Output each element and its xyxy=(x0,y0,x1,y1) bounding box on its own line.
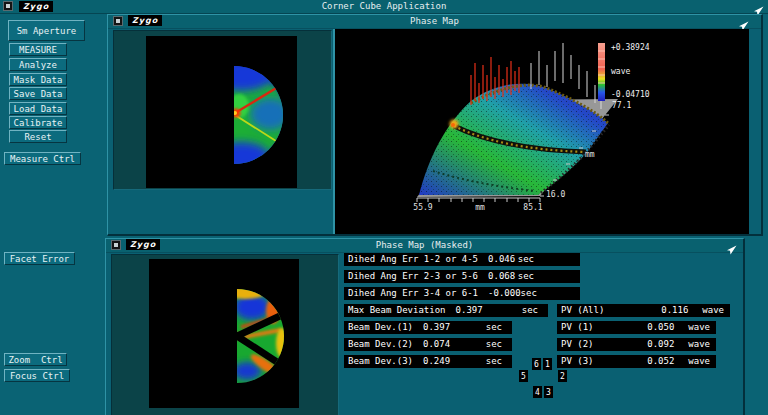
segment-chip-4: 4 xyxy=(533,386,542,398)
pointer-icon[interactable] xyxy=(754,1,764,11)
stat-unit: wave xyxy=(702,304,724,317)
stat-value: 0.397 xyxy=(456,304,483,317)
load-data-button[interactable]: Load Data xyxy=(9,102,67,115)
pointer-icon[interactable] xyxy=(739,16,749,26)
stat-unit: sec xyxy=(518,270,534,283)
x-axis-min-label: 55.9 xyxy=(413,203,432,212)
stat-label: PV (All) xyxy=(561,304,604,317)
stat-dihed-ang-err-2-3: Dihed Ang Err 2-3 or 5-6 0.068 sec xyxy=(344,270,580,283)
corner-cube-application-screen: Zygo Corner Cube Application Sm Aperture… xyxy=(0,0,768,415)
segment-chip-1: 1 xyxy=(543,358,552,370)
stat-label: PV (3) xyxy=(561,355,594,368)
save-data-button[interactable]: Save Data xyxy=(9,87,67,100)
stat-unit: sec xyxy=(522,304,538,317)
stat-unit: wave xyxy=(688,338,710,351)
stat-label: PV (2) xyxy=(561,338,594,351)
stat-unit: sec xyxy=(486,321,502,334)
sm-aperture-button[interactable]: Sm Aperture xyxy=(8,20,85,41)
colorbar-unit-label: wave xyxy=(611,67,630,76)
measure-ctrl-button[interactable]: Measure Ctrl xyxy=(4,152,81,165)
phase-map-3d-plot: 55.9 mm 85.1 16.0 mm +0.38924 wave -0.04… xyxy=(335,29,749,233)
stat-dihed-ang-err-1-2: Dihed Ang Err 1-2 or 4-5 0.046 sec xyxy=(344,253,580,266)
stat-pv-all: PV (All) 0.116 wave xyxy=(557,304,730,317)
stat-label: Dihed Ang Err 2-3 or 5-6 xyxy=(348,270,478,283)
stat-beam-dev-1: Beam Dev.(1) 0.397 sec xyxy=(344,321,512,334)
stat-value: 0.397 xyxy=(423,321,450,334)
colorbar xyxy=(598,43,605,101)
stat-label: Beam Dev.(2) xyxy=(348,338,413,351)
stat-value: 0.068 xyxy=(488,270,515,283)
phase-map-title-bar[interactable]: Zygo Phase Map xyxy=(108,15,761,29)
stat-unit: sec xyxy=(486,355,502,368)
segment-chip-6: 6 xyxy=(532,358,541,370)
stat-beam-dev-3: Beam Dev.(3) 0.249 sec xyxy=(344,355,512,368)
stat-label: Dihed Ang Err 1-2 or 4-5 xyxy=(348,253,478,266)
stat-pv-1: PV (1) 0.050 wave xyxy=(557,321,716,334)
y-axis-unit-label: mm xyxy=(585,150,595,159)
mask-data-button[interactable]: Mask Data xyxy=(9,73,67,86)
phase-map-2d xyxy=(146,36,297,188)
stat-label: Beam Dev.(1) xyxy=(348,321,413,334)
stat-value: 0.092 xyxy=(647,338,674,351)
segment-chip-2: 2 xyxy=(558,370,567,382)
stat-label: Dihed Ang Err 3-4 or 6-1 xyxy=(348,287,478,300)
pointer-icon[interactable] xyxy=(727,240,737,250)
x-axis-unit-label: mm xyxy=(475,203,485,212)
stat-unit: sec xyxy=(486,338,502,351)
masked-title: Phase Map (Masked) xyxy=(106,240,743,251)
phase-map-masked-window: Zygo Phase Map (Masked) xyxy=(105,238,745,415)
stat-value: 0.074 xyxy=(423,338,450,351)
stat-unit: wave xyxy=(688,355,710,368)
stat-unit: sec xyxy=(518,253,534,266)
masked-phase-map-2d xyxy=(149,259,299,408)
stat-value: 0.046 xyxy=(488,253,515,266)
reset-button[interactable]: Reset xyxy=(9,130,67,143)
phase-map-3d: 55.9 mm 85.1 16.0 mm +0.38924 wave -0.04… xyxy=(333,29,749,234)
x-axis-max-label: 85.1 xyxy=(523,203,542,212)
facet-error-button[interactable]: Facet Error xyxy=(4,252,75,265)
zoom-ctrl-button[interactable]: Zoom Ctrl xyxy=(4,353,67,366)
stat-dihed-ang-err-3-4: Dihed Ang Err 3-4 or 6-1 -0.000 sec xyxy=(344,287,580,300)
stat-value: 0.050 xyxy=(647,321,674,334)
masked-phase-map-image xyxy=(149,259,299,408)
stat-label: PV (1) xyxy=(561,321,594,334)
stat-value: 0.052 xyxy=(647,355,674,368)
stat-pv-2: PV (2) 0.092 wave xyxy=(557,338,716,351)
calibrate-button[interactable]: Calibrate xyxy=(9,116,67,129)
stat-unit: wave xyxy=(688,321,710,334)
focus-ctrl-button[interactable]: Focus Ctrl xyxy=(4,369,70,382)
stat-value: 0.116 xyxy=(661,304,688,317)
stat-unit: sec xyxy=(521,287,537,300)
segment-chip-3: 3 xyxy=(544,386,553,398)
stat-beam-dev-2: Beam Dev.(2) 0.074 sec xyxy=(344,338,512,351)
main-title-bar[interactable]: Zygo Corner Cube Application xyxy=(0,0,768,14)
stat-label: Beam Dev.(3) xyxy=(348,355,413,368)
stat-value: 0.249 xyxy=(423,355,450,368)
phase-map-2d-image xyxy=(146,36,297,188)
stat-label: Max Beam Deviation xyxy=(348,304,446,317)
stat-pv-3: PV (3) 0.052 wave xyxy=(557,355,716,368)
segment-chip-5: 5 xyxy=(519,370,528,382)
y-axis-min-label: 16.0 xyxy=(546,190,565,199)
colorbar-max-label: +0.38924 xyxy=(611,43,650,52)
stat-value: -0.000 xyxy=(488,287,521,300)
measure-button[interactable]: MEASURE xyxy=(9,43,67,56)
app-title: Corner Cube Application xyxy=(0,1,768,12)
phase-map-title: Phase Map xyxy=(108,16,761,27)
z-corner-label: 77.1 xyxy=(612,101,631,110)
stat-max-beam-deviation: Max Beam Deviation 0.397 sec xyxy=(344,304,548,317)
colorbar-min-label: -0.04710 xyxy=(611,90,650,99)
masked-title-bar[interactable]: Zygo Phase Map (Masked) xyxy=(106,239,743,253)
phase-map-window: Zygo Phase Map xyxy=(107,14,763,236)
analyze-button[interactable]: Analyze xyxy=(9,58,67,71)
